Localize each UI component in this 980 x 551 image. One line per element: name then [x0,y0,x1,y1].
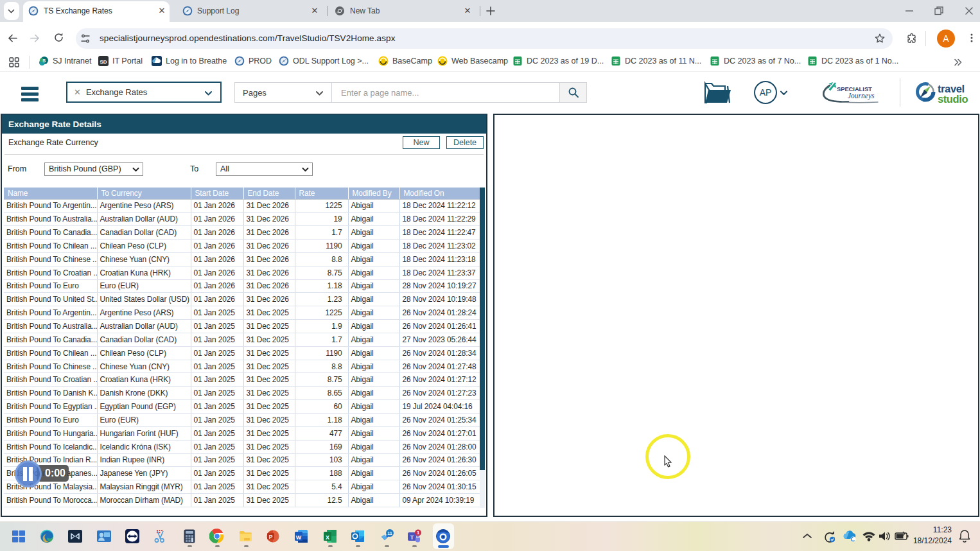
svg-text:T: T [410,534,414,541]
svg-text:SD: SD [100,59,107,65]
svg-text:1: 1 [417,530,419,536]
svg-text:Journeys: Journeys [848,92,875,100]
svg-text:studio: studio [938,93,968,105]
svg-text:11: 11 [387,531,392,536]
svg-text:W: W [296,534,302,541]
svg-text:X: X [326,534,329,541]
svg-text:P: P [269,534,273,540]
svg-text:S: S [42,58,46,64]
